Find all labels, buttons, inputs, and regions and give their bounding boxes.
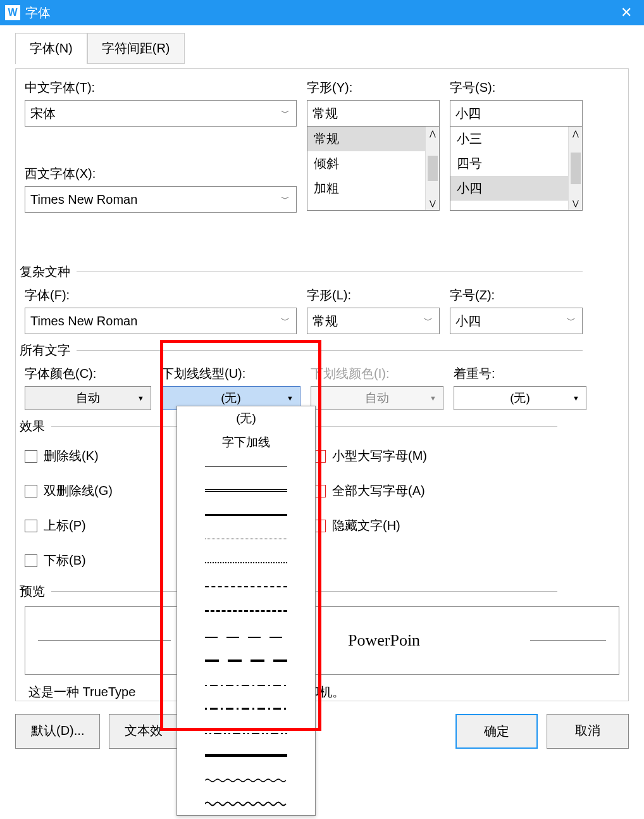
cancel-button[interactable]: 取消 [547,714,629,749]
checkbox-icon [25,520,37,532]
app-icon: W [5,5,20,20]
triangle-down-icon: ▼ [287,394,294,402]
font-color-value: 自动 [76,390,100,406]
scroll-up-icon[interactable]: ⋀ [570,127,581,141]
label-style: 字形(Y): [307,79,440,96]
label-chinese-font: 中文字体(T): [25,79,297,96]
underline-option-words-only[interactable]: 字下加线 [177,430,315,454]
underline-option-none[interactable]: (无) [177,406,315,430]
font-color-dropdown[interactable]: 自动 ▼ [25,386,151,410]
western-font-select[interactable]: Times New Roman ﹀ [25,186,297,213]
checkbox-small-caps[interactable]: 小型大写字母(M) [313,447,566,465]
triangle-down-icon: ▼ [137,394,144,402]
size-option[interactable]: 四号 [450,151,582,176]
label-western-font: 西文字体(X): [25,165,297,182]
underline-option-dash[interactable] [177,575,315,599]
label-cs-font: 字体(F): [25,287,297,304]
underline-option-dash-long-heavy[interactable] [177,647,315,671]
underline-style-value: (无) [221,390,241,406]
chevron-down-icon: ﹀ [424,315,433,327]
scroll-up-icon[interactable]: ⋀ [427,127,438,141]
scrollbar[interactable]: ⋀ ⋁ [425,127,439,210]
preview-text: PowerPoin [348,631,420,650]
chevron-down-icon: ﹀ [281,315,290,327]
size-listbox[interactable]: 小三 四号 小四 ⋀ ⋁ [450,126,583,211]
underline-option-dash-heavy[interactable] [177,599,315,623]
checkbox-icon [25,554,37,567]
underline-style-menu[interactable]: (无) 字下加线 [176,406,316,816]
underline-color-dropdown: 自动 ▼ [311,386,443,410]
scroll-down-icon[interactable]: ⋁ [570,196,581,210]
label-cs-style: 字形(L): [307,287,440,304]
tab-font[interactable]: 字体(N) [15,33,87,64]
checkbox-hidden[interactable]: 隐藏文字(H) [313,517,566,534]
cs-style-value: 常规 [313,313,338,330]
chevron-down-icon: ﹀ [567,315,576,327]
scroll-down-icon[interactable]: ⋁ [427,196,438,210]
cs-size-select[interactable]: 小四 ﹀ [450,308,583,334]
emphasis-dropdown[interactable]: (无) ▼ [454,386,586,410]
tab-spacing[interactable]: 字符间距(R) [87,33,185,64]
cs-style-select[interactable]: 常规 ﹀ [307,308,440,334]
label-underline-color: 下划线颜色(I): [311,365,443,382]
triangle-down-icon: ▼ [430,394,437,402]
label-cs-size: 字号(Z): [450,287,583,304]
chinese-font-select[interactable]: 宋体 ﹀ [25,100,297,127]
underline-color-value: 自动 [365,390,389,406]
underline-option-wave-heavy[interactable] [177,791,315,815]
underline-option-thick-bar[interactable] [177,743,315,767]
underline-option-thick[interactable] [177,503,315,527]
label-font-color: 字体颜色(C): [25,365,151,382]
underline-option-double[interactable] [177,478,315,503]
underline-option-wave[interactable] [177,767,315,791]
section-preview: 预览 [17,584,47,598]
truetype-note: 这是一种 TrueType 和打印机。 [28,684,619,701]
size-option[interactable]: 小四 [450,176,582,201]
scroll-thumb[interactable] [571,153,581,184]
triangle-down-icon: ▼ [573,394,579,402]
checkbox-icon [25,485,37,497]
chevron-down-icon: ﹀ [281,194,290,205]
label-underline-style: 下划线线型(U): [161,365,300,382]
title-bar: W 字体 ✕ [0,0,644,25]
underline-option-dot-dash-heavy[interactable] [177,695,315,719]
style-listbox[interactable]: 常规 倾斜 加粗 ⋀ ⋁ [307,126,440,211]
chevron-down-icon: ﹀ [281,108,290,119]
style-option[interactable]: 倾斜 [307,151,439,176]
section-all-text: 所有文字 [17,343,73,357]
preview-box: PowerPoin [25,606,619,675]
western-font-value: Times New Roman [30,192,137,207]
underline-option-dotted-heavy[interactable] [177,551,315,575]
cs-font-select[interactable]: Times New Roman ﹀ [25,308,297,334]
size-input[interactable]: 小四 [450,100,583,127]
underline-option-single[interactable] [177,454,315,478]
emphasis-value: (无) [510,390,530,406]
default-button[interactable]: 默认(D)... [15,714,100,749]
section-effects: 效果 [17,419,47,433]
text-effects-button[interactable]: 文本效 [109,714,178,749]
underline-option-dash-long[interactable] [177,623,315,647]
style-option[interactable]: 常规 [307,127,439,151]
close-button[interactable]: ✕ [614,0,639,25]
label-emphasis: 着重号: [454,365,586,382]
underline-option-dot-dot-dash[interactable] [177,719,315,743]
checkbox-icon [25,450,37,463]
checkbox-all-caps[interactable]: 全部大写字母(A) [313,482,566,499]
ok-button[interactable]: 确定 [455,714,538,749]
tab-strip: 字体(N) 字符间距(R) [15,33,629,64]
underline-option-dot-dash[interactable] [177,671,315,695]
scrollbar[interactable]: ⋀ ⋁ [568,127,582,210]
cs-font-value: Times New Roman [30,314,137,328]
size-option[interactable]: 小三 [450,127,582,151]
dialog-title: 字体 [25,4,614,22]
underline-option-dotted[interactable] [177,527,315,551]
style-option[interactable]: 加粗 [307,176,439,201]
chinese-font-value: 宋体 [30,105,56,122]
label-size: 字号(S): [450,79,583,96]
scroll-thumb[interactable] [428,156,438,181]
style-input[interactable]: 常规 [307,100,440,127]
cs-size-value: 小四 [455,313,481,330]
section-complex-script: 复杂文种 [17,265,73,278]
